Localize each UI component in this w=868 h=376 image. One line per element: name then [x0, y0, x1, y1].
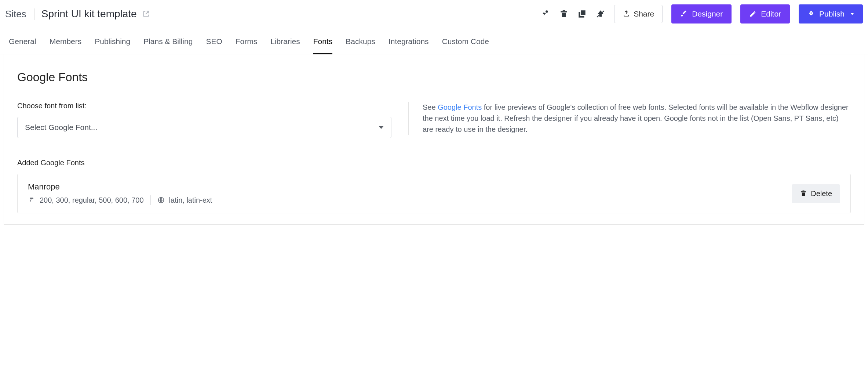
tab-integrations[interactable]: Integrations — [389, 28, 429, 54]
topbar-actions: Share Designer Editor Publish — [541, 4, 863, 24]
svg-rect-4 — [581, 10, 586, 15]
svg-rect-11 — [803, 191, 805, 191]
share-label: Share — [634, 10, 654, 18]
delete-label: Delete — [811, 189, 832, 198]
svg-point-0 — [546, 10, 548, 13]
tab-libraries[interactable]: Libraries — [270, 28, 300, 54]
tab-members[interactable]: Members — [50, 28, 82, 54]
chevron-down-icon — [379, 126, 384, 129]
chevron-down-icon — [850, 13, 854, 15]
editor-label: Editor — [761, 10, 781, 18]
delete-font-button[interactable]: Delete — [792, 184, 840, 203]
svg-rect-2 — [562, 13, 566, 17]
svg-rect-1 — [561, 11, 567, 12]
font-subsets: latin, latin-ext — [169, 196, 212, 205]
unpublish-icon[interactable] — [596, 9, 605, 19]
brush-icon — [680, 10, 688, 18]
svg-rect-3 — [563, 10, 565, 11]
choose-font-label: Choose font from list: — [17, 102, 391, 110]
tab-backups[interactable]: Backups — [346, 28, 375, 54]
svg-point-7 — [810, 12, 812, 14]
trash-icon[interactable] — [559, 9, 569, 19]
editor-button[interactable]: Editor — [740, 4, 790, 24]
site-title: Sprint UI kit template — [41, 8, 137, 20]
publish-button[interactable]: Publish — [799, 4, 863, 24]
panel-heading: Google Fonts — [17, 70, 851, 84]
google-font-select[interactable]: Select Google Font... — [17, 117, 391, 138]
sites-breadcrumb[interactable]: Sites — [5, 8, 35, 20]
open-external-icon[interactable] — [142, 10, 150, 18]
tab-publishing[interactable]: Publishing — [95, 28, 130, 54]
font-weights: 200, 300, regular, 500, 600, 700 — [40, 196, 144, 205]
restore-icon[interactable] — [541, 9, 550, 19]
svg-rect-9 — [801, 191, 806, 192]
publish-label: Publish — [819, 10, 845, 18]
font-card: Manrope 200, 300, regular, 500, 600, 700… — [17, 174, 851, 213]
divider — [150, 195, 151, 205]
added-fonts-label: Added Google Fonts — [17, 159, 851, 167]
svg-rect-10 — [802, 193, 805, 196]
trash-icon — [800, 190, 807, 197]
tab-custom-code[interactable]: Custom Code — [442, 28, 489, 54]
share-icon — [623, 10, 630, 18]
select-placeholder: Select Google Font... — [25, 123, 97, 132]
font-name: Manrope — [28, 182, 212, 192]
tab-plans-billing[interactable]: Plans & Billing — [143, 28, 193, 54]
tab-seo[interactable]: SEO — [206, 28, 222, 54]
tab-general[interactable]: General — [9, 28, 36, 54]
site-title-wrap: Sprint UI kit template — [41, 8, 150, 20]
tab-fonts[interactable]: Fonts — [313, 28, 333, 54]
font-variant-icon — [28, 196, 35, 204]
duplicate-icon[interactable] — [577, 9, 587, 19]
topbar: Sites Sprint UI kit template Share Desig… — [0, 0, 868, 28]
pencil-icon — [749, 10, 756, 18]
settings-tabs: General Members Publishing Plans & Billi… — [0, 28, 868, 54]
designer-button[interactable]: Designer — [671, 4, 732, 24]
globe-icon — [157, 196, 165, 204]
share-button[interactable]: Share — [614, 5, 663, 23]
tab-forms[interactable]: Forms — [236, 28, 258, 54]
rocket-icon — [807, 10, 815, 18]
google-fonts-link[interactable]: Google Fonts — [438, 103, 482, 111]
help-text: See Google Fonts for live previews of Go… — [423, 102, 851, 135]
fonts-panel: Google Fonts Choose font from list: Sele… — [4, 54, 864, 225]
designer-label: Designer — [692, 10, 723, 18]
